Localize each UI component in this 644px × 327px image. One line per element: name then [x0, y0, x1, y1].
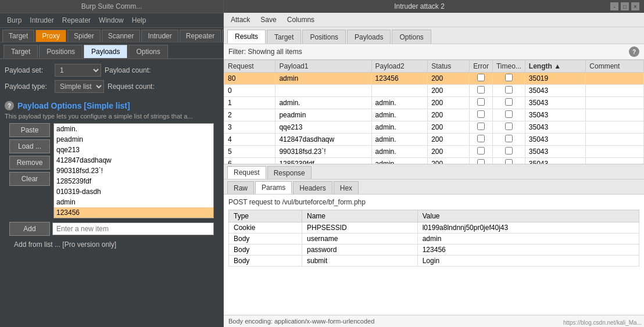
right-menu-save[interactable]: Save — [257, 15, 280, 25]
res-tab[interactable]: Response — [267, 166, 312, 179]
section-desc: This payload type lets you configure a s… — [5, 113, 219, 120]
table-row[interactable]: 3qqe213admin.20035043 — [224, 121, 644, 134]
tab-scanner[interactable]: Scanner — [102, 30, 141, 42]
minimize-button[interactable]: - — [610, 2, 618, 10]
right-tab-results[interactable]: Results — [227, 30, 266, 44]
top-tab-bar: Target Proxy Spider Scanner Intruder Rep… — [0, 28, 223, 42]
col-length[interactable]: Length ▲ — [525, 60, 586, 73]
payload-count-label: Payload count: — [105, 66, 151, 74]
maximize-button[interactable]: □ — [621, 2, 629, 10]
filter-help-icon[interactable]: ? — [629, 46, 639, 57]
menu-window[interactable]: Window — [95, 15, 127, 26]
tab-target[interactable]: Target — [2, 30, 34, 42]
left-panel: Burp Suite Comm... Burp Intruder Repeate… — [0, 0, 224, 327]
right-menu-columns[interactable]: Columns — [284, 15, 318, 25]
sub-tab-headers[interactable]: Headers — [293, 181, 332, 194]
payload-list-item[interactable]: 1285239fdf — [54, 176, 213, 186]
new-item-row: Add — [5, 218, 219, 236]
payload-type-select[interactable]: Simple list — [55, 80, 104, 93]
add-button[interactable]: Add — [9, 222, 50, 236]
intruder-tab-target[interactable]: Target — [3, 45, 38, 58]
payload-list-item[interactable]: peadmin — [54, 134, 213, 145]
payload-list-item[interactable]: 123456 — [54, 207, 213, 218]
filter-bar: Filter: Showing all items ? — [224, 44, 644, 60]
add-from-list-row: Add from list ... [Pro version only] — [5, 236, 219, 251]
request-url: POST request to /vul/burteforce/bf_form.… — [228, 198, 639, 206]
payload-list-item[interactable]: 412847dasdhaqw — [54, 155, 213, 166]
intruder-tab-positions[interactable]: Positions — [39, 45, 83, 58]
table-row[interactable]: 1admin.admin.20035043 — [224, 97, 644, 109]
request-count-label: Request count: — [108, 82, 155, 91]
tab-spider[interactable]: Spider — [67, 30, 101, 42]
sub-tab-hex[interactable]: Hex — [334, 181, 359, 194]
right-menu-bar: Attack Save Columns — [224, 13, 644, 27]
table-row[interactable]: 4412847dasdhaqwadmin.20035043 — [224, 134, 644, 146]
watermark: https://blog.csdn.net/kali_Ma... — [563, 319, 642, 326]
tab-proxy[interactable]: Proxy — [35, 30, 66, 42]
intruder-tab-payloads[interactable]: Payloads — [84, 45, 127, 58]
clear-button[interactable]: Clear — [9, 172, 50, 186]
payload-options-section: ? Payload Options [Simple list] This pay… — [0, 98, 223, 327]
req-res-tabs: Request Response — [224, 164, 644, 179]
sub-tab-raw[interactable]: Raw — [227, 181, 254, 194]
payload-type-label: Payload type: — [5, 82, 51, 91]
sub-tab-params[interactable]: Params — [255, 181, 292, 194]
right-tab-positions[interactable]: Positions — [302, 30, 346, 44]
payload-list-box[interactable]: admin.peadminqqe213412847dasdhaqw990318f… — [53, 123, 214, 218]
left-title: Burp Suite Comm... — [81, 2, 142, 10]
payload-list-item[interactable]: 990318fsd.23`! — [54, 166, 213, 176]
left-menu-bar: Burp Intruder Repeater Window Help — [0, 13, 223, 28]
col-timeout[interactable]: Timeo... — [492, 60, 525, 73]
payload-list-item[interactable]: admin. — [54, 124, 213, 134]
right-tab-payloads[interactable]: Payloads — [347, 30, 391, 44]
remove-button[interactable]: Remove — [9, 156, 50, 170]
col-payload2[interactable]: Payload2 — [371, 60, 428, 73]
payload-list-item[interactable]: qqe213 — [54, 145, 213, 155]
payload-list-item[interactable]: admin — [54, 197, 213, 207]
right-tab-options[interactable]: Options — [392, 30, 431, 44]
req-tab[interactable]: Request — [227, 166, 266, 179]
table-row[interactable]: 5990318fsd.23`!admin.20035043 — [224, 146, 644, 158]
add-from-list-button[interactable]: Add from list ... [Pro version only] — [9, 238, 121, 251]
table-row[interactable]: 80admin12345620035019 — [224, 73, 644, 85]
close-button[interactable]: × — [631, 2, 639, 10]
right-title: Intruder attack 2 — [228, 2, 610, 10]
filter-text: Filter: Showing all items — [228, 48, 302, 56]
intruder-tab-options[interactable]: Options — [128, 45, 167, 58]
col-error[interactable]: Error — [470, 60, 493, 73]
col-request[interactable]: Request — [224, 60, 276, 73]
col-payload1[interactable]: Payload1 — [276, 60, 371, 73]
table-row[interactable]: 61285239fdfadmin.20035043 — [224, 158, 644, 165]
params-col-name: Name — [302, 210, 418, 222]
results-table-container[interactable]: Request Payload1 Payload2 Status Error T… — [224, 60, 644, 164]
menu-intruder[interactable]: Intruder — [26, 15, 57, 26]
payload-set-label: Payload set: — [5, 66, 51, 74]
help-icon[interactable]: ? — [5, 101, 14, 110]
new-item-input[interactable] — [52, 222, 214, 235]
menu-repeater[interactable]: Repeater — [59, 15, 94, 26]
right-menu-attack[interactable]: Attack — [227, 15, 253, 25]
window-controls: - □ × — [610, 2, 639, 10]
section-header: ? Payload Options [Simple list] — [5, 101, 219, 110]
table-row[interactable]: 2peadminadmin.20035043 — [224, 109, 644, 121]
request-sub-tabs: Raw Params Headers Hex — [224, 179, 644, 195]
params-col-type: Type — [229, 210, 302, 222]
right-tab-target[interactable]: Target — [267, 30, 301, 44]
tab-intruder[interactable]: Intruder — [141, 30, 178, 42]
load-button[interactable]: Load ... — [9, 139, 50, 153]
results-table: Request Payload1 Payload2 Status Error T… — [224, 60, 644, 164]
payload-list-item[interactable]: 010319-dasdh — [54, 186, 213, 197]
menu-burp[interactable]: Burp — [3, 15, 25, 26]
tab-repeater[interactable]: Repeater — [180, 30, 221, 42]
col-comment[interactable]: Comment — [586, 60, 644, 73]
col-status[interactable]: Status — [428, 60, 470, 73]
table-row[interactable]: 020035043 — [224, 85, 644, 97]
section-title: Payload Options [Simple list] — [17, 101, 130, 110]
paste-button[interactable]: Paste — [9, 123, 50, 137]
payload-list-area: Paste Load ... Remove Clear admin.peadmi… — [5, 123, 219, 218]
params-row: Bodyusernameadmin — [229, 233, 639, 245]
right-tabs: Results Target Positions Payloads Option… — [224, 27, 644, 44]
params-col-value: Value — [417, 210, 639, 222]
menu-help[interactable]: Help — [128, 15, 150, 26]
payload-set-select[interactable]: 1 — [55, 64, 101, 77]
